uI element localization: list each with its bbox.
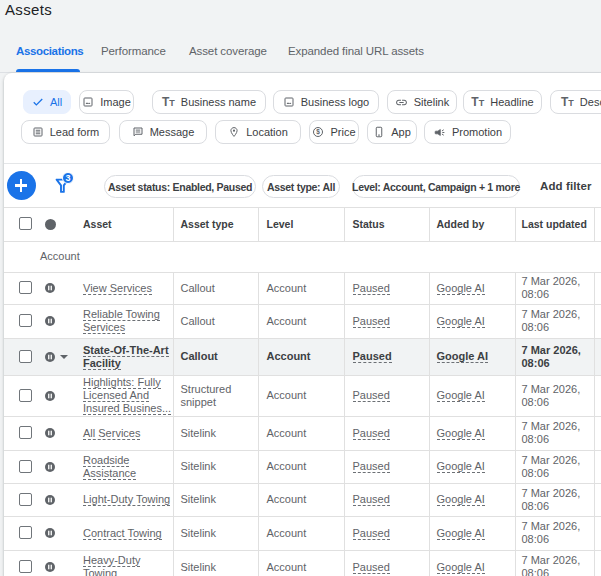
svg-text:$: $ [317,128,321,136]
